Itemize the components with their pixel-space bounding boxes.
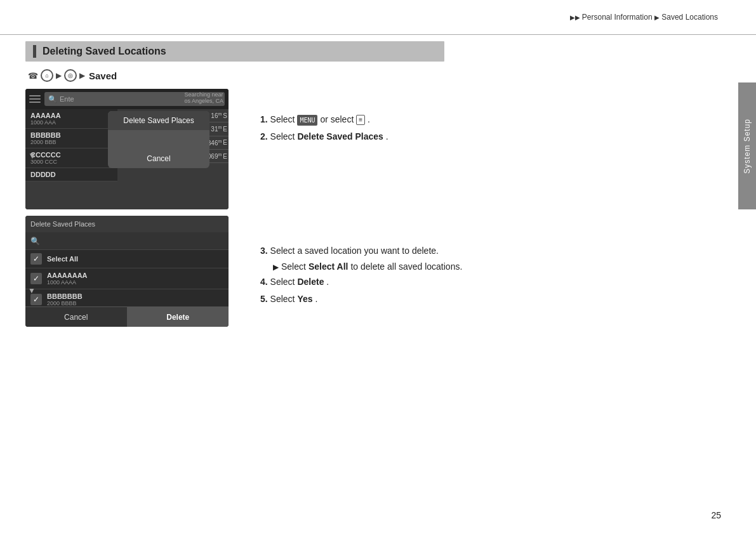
del-list-item[interactable]: ✓ AAAAAAAA 1000 AAAA — [25, 268, 229, 289]
page-number: 25 — [711, 510, 721, 520]
inst-step4-text-before: Select — [270, 277, 298, 287]
list-item-name: DDDDD — [30, 171, 112, 178]
del-item-name-1: AAAAAAAA — [47, 272, 88, 279]
nav-home-circle: ⌂ — [41, 69, 53, 82]
del-item-select-all: Select All — [47, 255, 78, 263]
breadcrumb-arrow2: ▶ — [654, 14, 660, 21]
inst-step3-text: Select a saved location you want to dele… — [270, 246, 439, 256]
delete-popup: Delete Saved Places Cancel — [108, 111, 209, 168]
del-down-arrow-icon: ▼ — [28, 286, 36, 295]
phone-icon: ☎ — [28, 71, 38, 81]
nav-path-row: ☎ ⌂ ▶ ◎ ▶ Saved — [28, 69, 724, 82]
inst-step3-num: 3. — [260, 246, 268, 256]
nav-arrow2: ▶ — [79, 71, 85, 80]
inst-step1-text-middle: or select — [320, 114, 356, 124]
del-item-info: Select All — [47, 255, 78, 263]
menu-line2 — [29, 98, 41, 100]
del-item-name-2: BBBBBBB — [47, 293, 83, 300]
breadcrumb-part1: Personal Information — [582, 13, 653, 22]
breadcrumb: ▶▶ Personal Information ▶ Saved Location… — [570, 13, 719, 22]
delete-button[interactable]: Delete — [128, 307, 229, 327]
inst-step1-num: 1. — [260, 114, 268, 124]
list-item: CCCCCC 3000 CCC — [25, 148, 117, 168]
del-item-info: BBBBBBB 2000 BBBB — [47, 293, 83, 306]
main-content: Deleting Saved Locations ☎ ⌂ ▶ ◎ ▶ Saved — [25, 41, 724, 82]
del-item-addr-2: 2000 BBBB — [47, 300, 83, 306]
inst-step3: 3. Select a saved location you want to d… — [260, 244, 578, 258]
menu-line1 — [29, 95, 41, 96]
list-button-icon: ≡ — [356, 115, 365, 125]
searching-near-label: Searching near — [184, 91, 223, 98]
list-item: DDDDD — [25, 168, 117, 181]
inst-step2-num: 2. — [260, 131, 268, 141]
inst-step4-num: 4. — [260, 277, 268, 287]
del-search-icon: 🔍 — [30, 237, 40, 246]
inst-step2-text-before: Select — [270, 131, 298, 141]
nav-top-bar: 🔍 Ente Searching near os Angeles, CA — [25, 89, 229, 109]
nav-list: AAAAAA 1000 AAA BBBBBB 2000 BBB CCCCCC 3… — [25, 109, 117, 181]
inst-step3-sub-bold: Select All — [308, 261, 348, 272]
screenshot2: Delete Saved Places 🔍 ✓ Select All ✓ AAA… — [25, 216, 229, 327]
screenshot1: 🔍 Ente Searching near os Angeles, CA AAA… — [25, 89, 229, 209]
del-checkbox-1[interactable]: ✓ — [30, 273, 42, 284]
del-buttons: Cancel Delete — [25, 306, 229, 327]
menu-button-icon: MENU — [297, 115, 317, 126]
sub-arrow-icon: ▶ — [273, 263, 279, 272]
inst-step3-sub: ▶ Select Select All to delete all saved … — [273, 261, 578, 272]
dist-num: 31m — [211, 125, 222, 133]
inst-step4-text-after: . — [326, 277, 329, 287]
del-item-addr-1: 1000 AAAA — [47, 279, 88, 286]
dist-dir: E — [223, 126, 227, 133]
inst-step2-bold: Delete Saved Places — [297, 131, 383, 141]
dist-dir: E — [223, 153, 227, 160]
section-heading: Deleting Saved Locations — [25, 41, 444, 62]
instructions-top: 1. Select MENU or select ≡ . 2. Select D… — [260, 113, 578, 147]
dist-dir: S — [223, 112, 227, 119]
header: ▶▶ Personal Information ▶ Saved Location… — [0, 0, 756, 35]
inst-step1-period: . — [368, 114, 370, 124]
location-label: os Angeles, CA — [184, 98, 223, 104]
list-item-addr: 1000 AAA — [30, 119, 112, 126]
inst-step2: 2. Select Delete Saved Places . — [260, 130, 578, 143]
sidebar-tab-label: System Setup — [743, 119, 752, 174]
delete-popup-title: Delete Saved Places — [108, 111, 209, 130]
inst-step4-bold: Delete — [297, 277, 324, 287]
inst-step5-bold: Yes — [297, 294, 312, 304]
del-screen-header: Delete Saved Places — [25, 216, 229, 232]
search-icon: 🔍 — [48, 95, 57, 103]
del-search-row: 🔍 — [25, 232, 229, 250]
dist-dir: E — [223, 139, 227, 146]
del-select-all-item[interactable]: ✓ Select All — [25, 250, 229, 268]
del-list: ✓ Select All ✓ AAAAAAAA 1000 AAAA ✓ BBBB… — [25, 250, 229, 310]
search-placeholder: Ente — [60, 95, 74, 103]
menu-line3 — [29, 102, 41, 103]
nav-compass-icon: ◎ — [64, 69, 77, 82]
del-item-info: AAAAAAAA 1000 AAAA — [47, 272, 88, 286]
inst-step5-text-before: Select — [270, 294, 298, 304]
list-item-addr: 3000 CCC — [30, 159, 112, 165]
inst-step4: 4. Select Delete . — [260, 275, 578, 289]
down-arrow-icon: ▼ — [28, 150, 37, 161]
inst-step1: 1. Select MENU or select ≡ . — [260, 113, 578, 126]
inst-step3-sub-text-after: to delete all saved locations. — [350, 261, 462, 272]
del-checkbox-all[interactable]: ✓ — [30, 253, 42, 265]
del-checkbox-2[interactable]: ✓ — [30, 294, 42, 305]
searching-near-container: Searching near os Angeles, CA — [184, 91, 223, 104]
sidebar-tab: System Setup — [738, 82, 756, 209]
list-item: BBBBBB 2000 BBB — [25, 129, 117, 148]
inst-step2-text-after: . — [386, 131, 388, 141]
nav-screen: 🔍 Ente Searching near os Angeles, CA AAA… — [25, 89, 229, 209]
nav-saved-label: Saved — [89, 70, 117, 81]
breadcrumb-part2: Saved Locations — [661, 13, 718, 22]
inst-step5: 5. Select Yes . — [260, 293, 578, 306]
section-title: Deleting Saved Locations — [43, 46, 166, 57]
breadcrumb-arrow1: ▶▶ — [570, 14, 580, 21]
instructions-bottom: 3. Select a saved location you want to d… — [260, 244, 578, 310]
cancel-button[interactable]: Cancel — [25, 307, 127, 327]
delete-popup-cancel[interactable]: Cancel — [108, 149, 209, 168]
dist-num: 16m — [211, 112, 222, 119]
list-item-name: CCCCCC — [30, 151, 112, 159]
list-item-name: AAAAAA — [30, 112, 112, 119]
del-screen-title: Delete Saved Places — [30, 220, 95, 228]
nav-arrow1: ▶ — [56, 71, 62, 80]
